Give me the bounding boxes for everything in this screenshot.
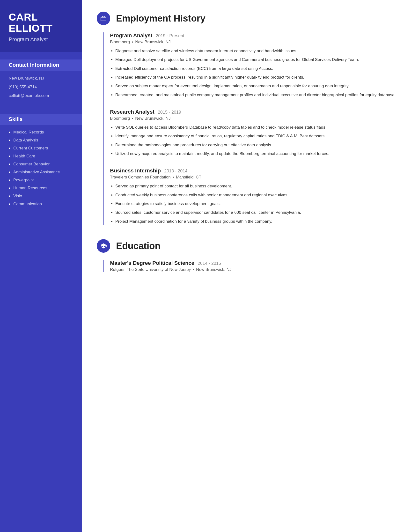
education-section-header: Education — [97, 239, 396, 253]
main-content: Employment History Program Analyst 2019 … — [82, 0, 411, 532]
contact-email: celliott@example.com — [9, 93, 74, 99]
education-section-title: Education — [116, 241, 160, 251]
job-bullet: Execute strategies to satisfy business d… — [115, 201, 396, 207]
skill-item: Current Customers — [9, 146, 74, 151]
skills-section: Skills Medical RecordsData AnalysisCurre… — [0, 106, 82, 214]
skill-item: Powerpoint — [9, 178, 74, 183]
job-bullets: Write SQL queries to access Bloomberg Da… — [110, 124, 396, 157]
employment-section: Employment History Program Analyst 2019 … — [97, 12, 396, 225]
skill-item: Administrative Assistance — [9, 170, 74, 175]
job-bullet: Project Management coordination for a va… — [115, 218, 396, 225]
job-bullet: Conducted weekly business conference cal… — [115, 192, 396, 198]
skills-section-title: Skills — [0, 114, 82, 125]
job-block: Business Internship 2013 - 2014 Traveler… — [110, 168, 396, 225]
skill-item: Medical Records — [9, 130, 74, 135]
job-bullet: Determined the methodologies and procedu… — [115, 142, 396, 148]
skill-item: Communication — [9, 201, 74, 207]
edu-degree: Master's Degree Political Science — [110, 260, 194, 266]
job-title: Research Analyst — [110, 109, 154, 115]
job-company: Bloomberg•New Brunswick, NJ — [110, 116, 396, 121]
job-bullet: Write SQL queries to access Bloomberg Da… — [115, 124, 396, 131]
job-title-row: Program Analyst 2019 - Present — [110, 32, 396, 39]
sidebar-header: CARL ELLIOTT Program Analyst — [0, 0, 82, 52]
job-title-row: Research Analyst 2015 - 2019 — [110, 109, 396, 115]
candidate-title: Program Analyst — [9, 36, 74, 43]
job-bullet: Managed Dell deployment projects for US … — [115, 57, 396, 63]
job-bullet: Served as primary point of contact for a… — [115, 183, 396, 189]
job-title-row: Business Internship 2013 - 2014 — [110, 168, 396, 174]
skill-item: Data Analysis — [9, 138, 74, 143]
education-timeline: Master's Degree Political Science 2014 -… — [103, 260, 396, 272]
job-bullet: Extracted Dell customer satisfaction rec… — [115, 66, 396, 72]
skill-item: Human Resources — [9, 185, 74, 191]
sidebar: CARL ELLIOTT Program Analyst Contact Inf… — [0, 0, 82, 532]
job-title: Business Internship — [110, 168, 161, 174]
employment-timeline: Program Analyst 2019 - Present Bloomberg… — [103, 32, 396, 225]
edu-block: Master's Degree Political Science 2014 -… — [110, 260, 396, 272]
edu-dates: 2014 - 2015 — [198, 261, 221, 266]
job-bullet: Utilized newly acquired analysis to main… — [115, 151, 396, 157]
contact-section: Contact Information New Brunswick, NJ (9… — [0, 52, 82, 106]
job-bullets: Diagnose and resolve satellite and wirel… — [110, 48, 396, 98]
edu-title-row: Master's Degree Political Science 2014 -… — [110, 260, 396, 266]
job-title: Program Analyst — [110, 32, 152, 39]
job-dates: 2019 - Present — [156, 33, 184, 38]
job-block: Research Analyst 2015 - 2019 Bloomberg•N… — [110, 109, 396, 157]
job-dates: 2013 - 2014 — [164, 169, 187, 174]
skill-item: Consumer Behavior — [9, 162, 74, 167]
skills-list: Medical RecordsData AnalysisCurrent Cust… — [9, 130, 74, 207]
job-company: Bloomberg•New Brunswick, NJ — [110, 40, 396, 45]
job-bullets: Served as primary point of contact for a… — [110, 183, 396, 225]
briefcase-icon — [97, 12, 110, 25]
job-bullet: Identify, manage and ensure consistency … — [115, 133, 396, 139]
contact-section-title: Contact Information — [0, 59, 82, 71]
employment-section-title: Employment History — [116, 13, 206, 24]
job-bullet: Researched, created, and maintained publ… — [115, 92, 396, 98]
job-bullet: Served as subject matter expert for even… — [115, 83, 396, 89]
candidate-name: CARL ELLIOTT — [9, 12, 74, 34]
contact-phone: (910) 555-4714 — [9, 84, 74, 90]
job-dates: 2015 - 2019 — [158, 110, 181, 115]
employment-section-header: Employment History — [97, 12, 396, 25]
job-bullet: Sourced sales, customer service and supe… — [115, 209, 396, 216]
job-block: Program Analyst 2019 - Present Bloomberg… — [110, 32, 396, 98]
education-section: Education Master's Degree Political Scie… — [97, 239, 396, 272]
graduation-icon — [97, 239, 110, 253]
skill-item: Health Care — [9, 153, 74, 159]
job-bullet: Increased efficiency of the QA process, … — [115, 74, 396, 81]
job-company: Travelers Companies Foundation•Mansfield… — [110, 175, 396, 180]
contact-location: New Brunswick, NJ — [9, 76, 74, 81]
job-bullet: Diagnose and resolve satellite and wirel… — [115, 48, 396, 54]
edu-school: Rutgers, The State University of New Jer… — [110, 267, 396, 272]
skill-item: Visio — [9, 193, 74, 199]
